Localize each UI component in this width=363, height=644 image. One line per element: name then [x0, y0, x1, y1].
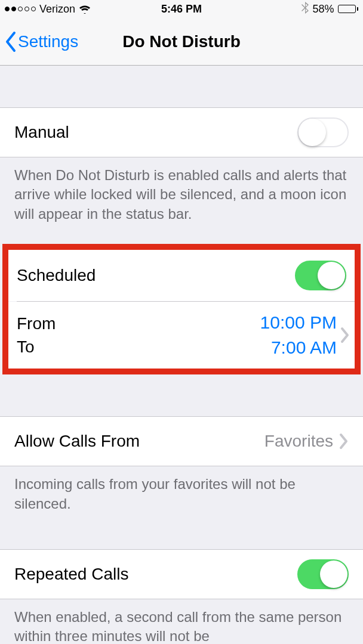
- battery-icon: [338, 5, 359, 13]
- to-value: 7:00 AM: [56, 335, 337, 360]
- to-label: To: [17, 335, 56, 358]
- bluetooth-icon: [302, 2, 309, 17]
- back-label: Settings: [18, 32, 78, 51]
- repeated-calls-toggle[interactable]: [297, 559, 349, 589]
- repeated-calls-label: Repeated Calls: [14, 565, 128, 584]
- back-button[interactable]: Settings: [5, 31, 78, 52]
- battery-percent: 58%: [312, 3, 334, 16]
- allow-calls-value: Favorites: [264, 432, 333, 451]
- page-title: Do Not Disturb: [122, 32, 241, 51]
- chevron-right-icon: [340, 327, 350, 343]
- manual-row: Manual: [0, 107, 363, 157]
- allow-calls-label: Allow Calls From: [14, 432, 140, 451]
- status-bar: Verizon 5:46 PM 58%: [0, 0, 363, 18]
- chevron-left-icon: [5, 31, 17, 52]
- manual-toggle[interactable]: [297, 117, 349, 147]
- manual-label: Manual: [14, 123, 69, 142]
- from-value: 10:00 PM: [56, 310, 337, 335]
- scheduled-toggle[interactable]: [295, 261, 346, 290]
- allow-calls-footer: Incoming calls from your favorites will …: [0, 466, 363, 513]
- carrier-label: Verizon: [39, 3, 75, 16]
- wifi-icon: [79, 5, 91, 14]
- scheduled-row: Scheduled: [8, 250, 355, 301]
- from-label: From: [17, 312, 56, 335]
- status-time: 5:46 PM: [161, 3, 202, 16]
- repeated-calls-footer: When enabled, a second call from the sam…: [0, 599, 363, 644]
- scheduled-highlight: Scheduled From To 10:00 PM 7:00 AM: [2, 244, 361, 374]
- scheduled-label: Scheduled: [17, 266, 96, 285]
- chevron-right-icon: [339, 433, 349, 450]
- manual-footer: When Do Not Disturb is enabled calls and…: [0, 157, 363, 224]
- nav-bar: Settings Do Not Disturb: [0, 18, 363, 66]
- allow-calls-row[interactable]: Allow Calls From Favorites: [0, 416, 363, 466]
- scheduled-time-row[interactable]: From To 10:00 PM 7:00 AM: [8, 302, 355, 369]
- repeated-calls-row: Repeated Calls: [0, 549, 363, 599]
- status-left: Verizon: [5, 3, 91, 16]
- signal-dots-icon: [5, 7, 36, 11]
- status-right: 58%: [302, 2, 358, 17]
